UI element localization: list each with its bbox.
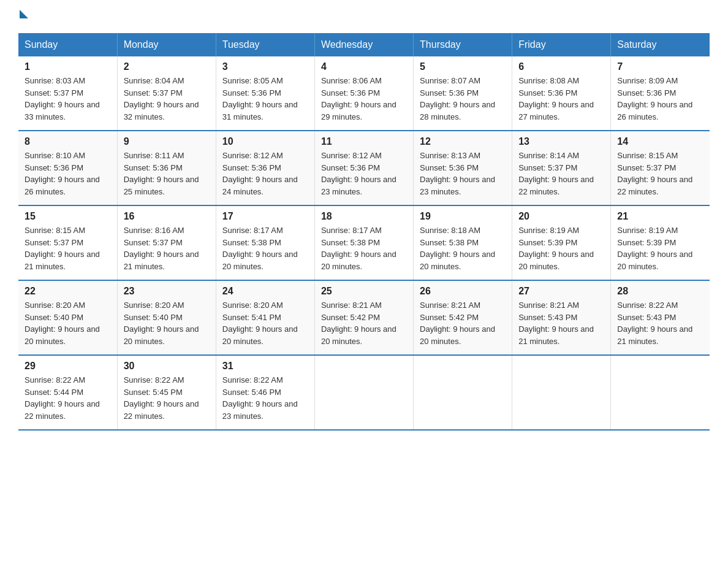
day-number: 24 [222, 286, 308, 297]
day-info: Sunrise: 8:07 AMSunset: 5:36 PMDaylight:… [420, 75, 506, 123]
calendar-cell: 24 Sunrise: 8:20 AMSunset: 5:41 PMDaylig… [216, 280, 314, 355]
day-number: 28 [617, 286, 703, 297]
header-wednesday: Wednesday [314, 33, 413, 56]
day-number: 5 [420, 61, 506, 72]
day-info: Sunrise: 8:03 AMSunset: 5:37 PMDaylight:… [25, 75, 111, 123]
calendar-cell: 19 Sunrise: 8:18 AMSunset: 5:38 PMDaylig… [414, 205, 512, 280]
calendar-week-row: 15 Sunrise: 8:15 AMSunset: 5:37 PMDaylig… [18, 205, 710, 280]
header-sunday: Sunday [18, 33, 117, 56]
day-number: 19 [420, 211, 506, 222]
logo-triangle-icon [20, 10, 28, 18]
calendar-cell: 14 Sunrise: 8:15 AMSunset: 5:37 PMDaylig… [611, 131, 710, 205]
day-number: 18 [321, 211, 407, 222]
day-number: 30 [124, 361, 210, 372]
calendar-week-row: 29 Sunrise: 8:22 AMSunset: 5:44 PMDaylig… [18, 355, 710, 430]
day-info: Sunrise: 8:21 AMSunset: 5:42 PMDaylight:… [420, 299, 506, 347]
calendar-cell: 9 Sunrise: 8:11 AMSunset: 5:36 PMDayligh… [117, 131, 216, 205]
calendar-cell: 29 Sunrise: 8:22 AMSunset: 5:44 PMDaylig… [18, 355, 117, 430]
calendar-cell: 6 Sunrise: 8:08 AMSunset: 5:36 PMDayligh… [512, 56, 611, 131]
day-number: 17 [222, 211, 308, 222]
header-thursday: Thursday [414, 33, 512, 56]
calendar-cell: 18 Sunrise: 8:17 AMSunset: 5:38 PMDaylig… [314, 205, 413, 280]
calendar-cell [414, 355, 512, 430]
calendar-cell: 28 Sunrise: 8:22 AMSunset: 5:43 PMDaylig… [611, 280, 710, 355]
calendar-cell: 23 Sunrise: 8:20 AMSunset: 5:40 PMDaylig… [117, 280, 216, 355]
calendar-cell: 8 Sunrise: 8:10 AMSunset: 5:36 PMDayligh… [18, 131, 117, 205]
calendar-cell: 4 Sunrise: 8:06 AMSunset: 5:36 PMDayligh… [314, 56, 413, 131]
calendar-cell [512, 355, 611, 430]
calendar-cell: 31 Sunrise: 8:22 AMSunset: 5:46 PMDaylig… [216, 355, 314, 430]
day-info: Sunrise: 8:08 AMSunset: 5:36 PMDaylight:… [518, 75, 604, 123]
day-info: Sunrise: 8:12 AMSunset: 5:36 PMDaylight:… [321, 150, 407, 197]
day-number: 25 [321, 286, 407, 297]
calendar-week-row: 22 Sunrise: 8:20 AMSunset: 5:40 PMDaylig… [18, 280, 710, 355]
day-info: Sunrise: 8:13 AMSunset: 5:36 PMDaylight:… [420, 150, 506, 197]
day-info: Sunrise: 8:04 AMSunset: 5:37 PMDaylight:… [124, 75, 210, 123]
calendar-cell: 20 Sunrise: 8:19 AMSunset: 5:39 PMDaylig… [512, 205, 611, 280]
day-info: Sunrise: 8:12 AMSunset: 5:36 PMDaylight:… [222, 150, 308, 197]
day-info: Sunrise: 8:21 AMSunset: 5:43 PMDaylight:… [518, 299, 604, 347]
calendar-cell [611, 355, 710, 430]
calendar-cell: 30 Sunrise: 8:22 AMSunset: 5:45 PMDaylig… [117, 355, 216, 430]
day-info: Sunrise: 8:06 AMSunset: 5:36 PMDaylight:… [321, 75, 407, 123]
day-number: 9 [124, 136, 210, 147]
day-info: Sunrise: 8:20 AMSunset: 5:40 PMDaylight:… [25, 299, 111, 347]
calendar-cell: 7 Sunrise: 8:09 AMSunset: 5:36 PMDayligh… [611, 56, 710, 131]
day-info: Sunrise: 8:17 AMSunset: 5:38 PMDaylight:… [222, 224, 308, 272]
day-number: 12 [420, 136, 506, 147]
day-number: 4 [321, 61, 407, 72]
day-info: Sunrise: 8:21 AMSunset: 5:42 PMDaylight:… [321, 299, 407, 347]
day-number: 27 [518, 286, 604, 297]
calendar-week-row: 1 Sunrise: 8:03 AMSunset: 5:37 PMDayligh… [18, 56, 710, 131]
header-monday: Monday [117, 33, 216, 56]
day-info: Sunrise: 8:22 AMSunset: 5:45 PMDaylight:… [124, 374, 210, 422]
calendar-cell: 17 Sunrise: 8:17 AMSunset: 5:38 PMDaylig… [216, 205, 314, 280]
day-info: Sunrise: 8:19 AMSunset: 5:39 PMDaylight:… [518, 224, 604, 272]
calendar-table: SundayMondayTuesdayWednesdayThursdayFrid… [18, 33, 710, 431]
day-info: Sunrise: 8:22 AMSunset: 5:43 PMDaylight:… [617, 299, 703, 347]
day-info: Sunrise: 8:11 AMSunset: 5:36 PMDaylight:… [124, 150, 210, 197]
day-number: 7 [617, 61, 703, 72]
calendar-cell: 21 Sunrise: 8:19 AMSunset: 5:39 PMDaylig… [611, 205, 710, 280]
day-info: Sunrise: 8:14 AMSunset: 5:37 PMDaylight:… [518, 150, 604, 197]
day-info: Sunrise: 8:15 AMSunset: 5:37 PMDaylight:… [617, 150, 703, 197]
day-number: 21 [617, 211, 703, 222]
day-info: Sunrise: 8:10 AMSunset: 5:36 PMDaylight:… [25, 150, 111, 197]
day-number: 1 [25, 61, 111, 72]
calendar-cell: 25 Sunrise: 8:21 AMSunset: 5:42 PMDaylig… [314, 280, 413, 355]
header-tuesday: Tuesday [216, 33, 314, 56]
calendar-cell: 15 Sunrise: 8:15 AMSunset: 5:37 PMDaylig… [18, 205, 117, 280]
calendar-cell: 27 Sunrise: 8:21 AMSunset: 5:43 PMDaylig… [512, 280, 611, 355]
calendar-cell: 13 Sunrise: 8:14 AMSunset: 5:37 PMDaylig… [512, 131, 611, 205]
day-info: Sunrise: 8:22 AMSunset: 5:46 PMDaylight:… [222, 374, 308, 422]
day-info: Sunrise: 8:19 AMSunset: 5:39 PMDaylight:… [617, 224, 703, 272]
day-number: 3 [222, 61, 308, 72]
header-friday: Friday [512, 33, 611, 56]
day-number: 15 [25, 211, 111, 222]
calendar-cell: 11 Sunrise: 8:12 AMSunset: 5:36 PMDaylig… [314, 131, 413, 205]
day-info: Sunrise: 8:22 AMSunset: 5:44 PMDaylight:… [25, 374, 111, 422]
day-number: 2 [124, 61, 210, 72]
calendar-cell: 2 Sunrise: 8:04 AMSunset: 5:37 PMDayligh… [117, 56, 216, 131]
calendar-cell: 5 Sunrise: 8:07 AMSunset: 5:36 PMDayligh… [414, 56, 512, 131]
day-number: 16 [124, 211, 210, 222]
calendar-cell: 3 Sunrise: 8:05 AMSunset: 5:36 PMDayligh… [216, 56, 314, 131]
day-info: Sunrise: 8:05 AMSunset: 5:36 PMDaylight:… [222, 75, 308, 123]
day-info: Sunrise: 8:15 AMSunset: 5:37 PMDaylight:… [25, 224, 111, 272]
day-info: Sunrise: 8:20 AMSunset: 5:41 PMDaylight:… [222, 299, 308, 347]
day-number: 26 [420, 286, 506, 297]
day-number: 31 [222, 361, 308, 372]
day-number: 13 [518, 136, 604, 147]
day-number: 20 [518, 211, 604, 222]
header-saturday: Saturday [611, 33, 710, 56]
calendar-cell: 26 Sunrise: 8:21 AMSunset: 5:42 PMDaylig… [414, 280, 512, 355]
calendar-cell [314, 355, 413, 430]
day-info: Sunrise: 8:17 AMSunset: 5:38 PMDaylight:… [321, 224, 407, 272]
calendar-cell: 10 Sunrise: 8:12 AMSunset: 5:36 PMDaylig… [216, 131, 314, 205]
day-info: Sunrise: 8:09 AMSunset: 5:36 PMDaylight:… [617, 75, 703, 123]
calendar-week-row: 8 Sunrise: 8:10 AMSunset: 5:36 PMDayligh… [18, 131, 710, 205]
day-info: Sunrise: 8:18 AMSunset: 5:38 PMDaylight:… [420, 224, 506, 272]
day-number: 14 [617, 136, 703, 147]
calendar-cell: 12 Sunrise: 8:13 AMSunset: 5:36 PMDaylig… [414, 131, 512, 205]
day-number: 29 [25, 361, 111, 372]
